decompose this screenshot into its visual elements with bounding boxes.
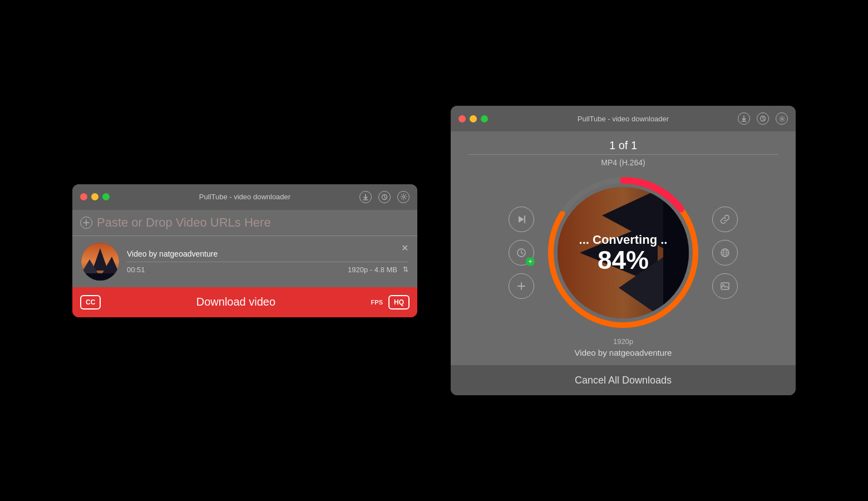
cancel-downloads-button[interactable]: Cancel All Downloads bbox=[451, 365, 796, 395]
video-title: Video by natgeoadventure bbox=[127, 249, 408, 258]
maximize-button-2[interactable] bbox=[481, 115, 488, 122]
schedule-badge: + bbox=[526, 257, 535, 266]
globe-button[interactable] bbox=[712, 240, 738, 266]
remove-video-button[interactable]: ✕ bbox=[401, 243, 408, 253]
history-icon[interactable] bbox=[378, 191, 391, 203]
hq-button[interactable]: HQ bbox=[388, 295, 410, 310]
titlebar-2: PullTube - video downloader bbox=[451, 106, 796, 131]
titlebar-actions-1 bbox=[359, 191, 410, 203]
video-meta: Video by natgeoadventure 00:51 1920p - 4… bbox=[127, 249, 408, 274]
format-label: MP4 (H.264) bbox=[601, 158, 645, 167]
close-button[interactable] bbox=[80, 193, 87, 200]
download-icon[interactable] bbox=[359, 191, 372, 203]
history-icon-2[interactable] bbox=[757, 112, 769, 125]
video-thumbnail bbox=[81, 243, 119, 281]
video-duration: 00:51 bbox=[127, 266, 145, 274]
right-controls bbox=[712, 207, 738, 299]
titlebar-actions-2 bbox=[738, 112, 788, 125]
maximize-button[interactable] bbox=[102, 193, 110, 200]
percent-text: 84% bbox=[598, 247, 649, 273]
traffic-lights-1 bbox=[80, 193, 110, 200]
schedule-button[interactable]: + bbox=[509, 240, 534, 266]
settings-icon-2[interactable] bbox=[776, 112, 788, 125]
win2-body: 1 of 1 MP4 (H.264) + bbox=[451, 131, 796, 365]
close-button-2[interactable] bbox=[458, 115, 466, 122]
progress-ring: ... Converting .. 84% bbox=[545, 175, 701, 331]
video-divider bbox=[127, 262, 408, 262]
window-title-1: PullTube - video downloader bbox=[199, 193, 290, 201]
video-quality[interactable]: 1920p - 4.8 MB bbox=[348, 266, 397, 274]
settings-icon[interactable] bbox=[397, 191, 410, 203]
svg-point-2 bbox=[402, 196, 405, 198]
window-title-2: PullTube - video downloader bbox=[578, 115, 669, 123]
svg-point-12 bbox=[781, 117, 783, 120]
svg-rect-31 bbox=[721, 283, 729, 289]
titlebar-1: PullTube - video downloader bbox=[72, 184, 417, 210]
url-placeholder[interactable]: Paste or Drop Video URLs Here bbox=[97, 215, 271, 230]
download-icon-2[interactable] bbox=[738, 112, 750, 125]
traffic-lights-2 bbox=[458, 115, 488, 122]
cc-button[interactable]: CC bbox=[80, 295, 101, 310]
svg-marker-13 bbox=[519, 216, 524, 223]
video-name-label: Video by natgeoadventure bbox=[575, 348, 672, 357]
url-bar: Paste or Drop Video URLs Here bbox=[72, 210, 417, 236]
add-button[interactable] bbox=[509, 273, 534, 299]
minimize-button[interactable] bbox=[91, 193, 98, 200]
minimize-button-2[interactable] bbox=[470, 115, 477, 122]
window-1: PullTube - video downloader bbox=[72, 184, 417, 317]
cancel-text: Cancel All Downloads bbox=[575, 375, 672, 386]
resolution-label: 1920p bbox=[613, 337, 633, 346]
fps-label: FPS bbox=[371, 299, 383, 306]
video-details: 00:51 1920p - 4.8 MB ⇅ bbox=[127, 266, 408, 274]
download-button[interactable]: Download video bbox=[106, 296, 365, 308]
add-url-button[interactable] bbox=[80, 217, 92, 229]
link-button[interactable] bbox=[712, 207, 738, 232]
quality-arrow-icon[interactable]: ⇅ bbox=[403, 266, 408, 273]
converting-overlay: ... Converting .. 84% bbox=[558, 187, 689, 318]
video-item: Video by natgeoadventure 00:51 1920p - 4… bbox=[72, 236, 417, 287]
image-button[interactable] bbox=[712, 273, 738, 299]
play-skip-button[interactable] bbox=[509, 207, 534, 232]
svg-rect-9 bbox=[81, 273, 119, 281]
main-area: + bbox=[451, 175, 796, 331]
divider bbox=[468, 154, 778, 155]
left-controls: + bbox=[509, 207, 534, 299]
counter-label: 1 of 1 bbox=[609, 139, 637, 152]
window-2: PullTube - video downloader bbox=[451, 106, 796, 395]
download-bar: CC Download video FPS HQ bbox=[72, 287, 417, 317]
